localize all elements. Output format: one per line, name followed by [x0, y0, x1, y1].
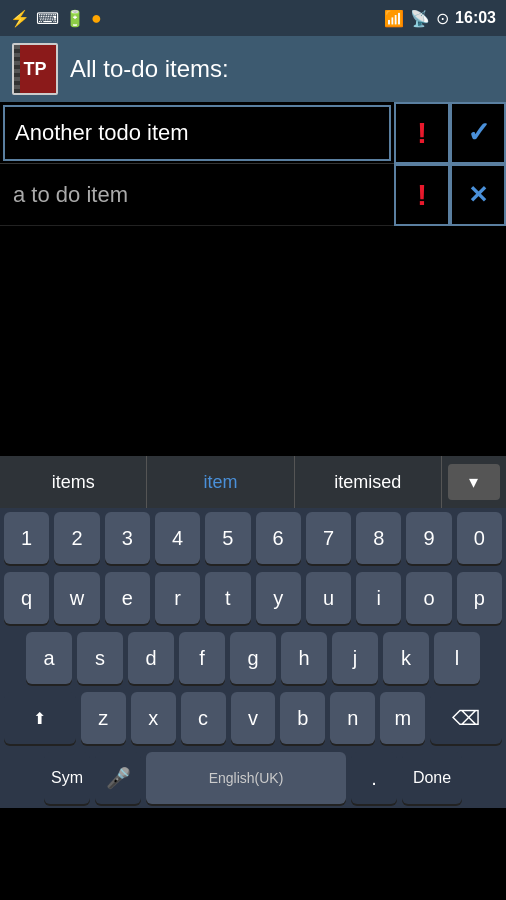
key-m[interactable]: m — [380, 692, 425, 744]
suggestion-text-0: items — [52, 472, 95, 493]
suggestion-items[interactable]: items — [0, 456, 147, 508]
todo-input-row: ! ✓ — [0, 102, 506, 164]
key-0[interactable]: 0 — [457, 512, 502, 564]
sym-key[interactable]: Sym — [44, 752, 90, 804]
check-icon: ✓ — [467, 116, 490, 149]
status-left-icons: ⚡ ⌨ 🔋 ● — [10, 8, 102, 29]
key-6[interactable]: 6 — [256, 512, 301, 564]
suggestion-text-2: itemised — [334, 472, 401, 493]
wifi-icon: 📶 — [384, 9, 404, 28]
key-t[interactable]: t — [205, 572, 250, 624]
confirm-button[interactable]: ✓ — [450, 102, 506, 164]
priority-button[interactable]: ! — [394, 102, 450, 164]
suggestion-itemised[interactable]: itemised — [295, 456, 442, 508]
key-9[interactable]: 9 — [406, 512, 451, 564]
status-time: 16:03 — [455, 9, 496, 27]
status-bar: ⚡ ⌨ 🔋 ● 📶 📡 ⊙ 16:03 — [0, 0, 506, 36]
key-f[interactable]: f — [179, 632, 225, 684]
todo-item-text: a to do item — [3, 174, 391, 216]
cross-icon: ✕ — [468, 181, 488, 209]
key-l[interactable]: l — [434, 632, 480, 684]
key-x[interactable]: x — [131, 692, 176, 744]
suggestions-bar: items item itemised ▾ — [0, 456, 506, 508]
exclaim-icon: ! — [417, 116, 427, 150]
key-z[interactable]: z — [81, 692, 126, 744]
key-3[interactable]: 3 — [105, 512, 150, 564]
item-priority-button[interactable]: ! — [394, 164, 450, 226]
key-p[interactable]: p — [457, 572, 502, 624]
key-q[interactable]: q — [4, 572, 49, 624]
speedometer-icon: ⊙ — [436, 9, 449, 28]
key-1[interactable]: 1 — [4, 512, 49, 564]
usb-icon: ⚡ — [10, 9, 30, 28]
key-e[interactable]: e — [105, 572, 150, 624]
suggestion-item-active[interactable]: item — [147, 456, 294, 508]
todo-input[interactable] — [3, 105, 391, 161]
key-d[interactable]: d — [128, 632, 174, 684]
key-4[interactable]: 4 — [155, 512, 200, 564]
app-header-title: All to-do items: — [70, 55, 229, 83]
key-k[interactable]: k — [383, 632, 429, 684]
notification-icon: ● — [91, 8, 102, 29]
key-a[interactable]: a — [26, 632, 72, 684]
signal-icon: 📡 — [410, 9, 430, 28]
todo-item-row: a to do item ! ✕ — [0, 164, 506, 226]
key-2[interactable]: 2 — [54, 512, 99, 564]
suggestion-text-1: item — [203, 472, 237, 493]
key-n[interactable]: n — [330, 692, 375, 744]
key-v[interactable]: v — [231, 692, 276, 744]
keyboard-row-numbers: 1 2 3 4 5 6 7 8 9 0 — [0, 508, 506, 568]
keyboard-icon: ⌨ — [36, 9, 59, 28]
key-s[interactable]: s — [77, 632, 123, 684]
key-o[interactable]: o — [406, 572, 451, 624]
key-5[interactable]: 5 — [205, 512, 250, 564]
keyboard-row-bottom: Sym 🎤 English(UK) . Done — [0, 748, 506, 808]
status-right-icons: 📶 📡 ⊙ 16:03 — [384, 9, 496, 28]
mic-key[interactable]: 🎤 — [95, 752, 141, 804]
key-c[interactable]: c — [181, 692, 226, 744]
shift-key[interactable]: ⬆ — [4, 692, 76, 744]
period-key[interactable]: . — [351, 752, 397, 804]
key-w[interactable]: w — [54, 572, 99, 624]
item-exclaim-icon: ! — [417, 178, 427, 212]
done-key[interactable]: Done — [402, 752, 462, 804]
key-7[interactable]: 7 — [306, 512, 351, 564]
item-delete-button[interactable]: ✕ — [450, 164, 506, 226]
keyboard-row-qwerty: q w e r t y u i o p — [0, 568, 506, 628]
backspace-key[interactable]: ⌫ — [430, 692, 502, 744]
key-j[interactable]: j — [332, 632, 378, 684]
app-logo-text: TP — [23, 60, 46, 78]
keyboard: 1 2 3 4 5 6 7 8 9 0 q w e r t y u i o p … — [0, 508, 506, 808]
key-r[interactable]: r — [155, 572, 200, 624]
black-area — [0, 226, 506, 456]
key-y[interactable]: y — [256, 572, 301, 624]
key-8[interactable]: 8 — [356, 512, 401, 564]
key-g[interactable]: g — [230, 632, 276, 684]
app-logo: TP — [12, 43, 58, 95]
chevron-down-icon: ▾ — [469, 471, 478, 493]
content-area: ! ✓ a to do item ! ✕ — [0, 102, 506, 226]
battery-icon: 🔋 — [65, 9, 85, 28]
key-h[interactable]: h — [281, 632, 327, 684]
key-i[interactable]: i — [356, 572, 401, 624]
keyboard-row-asdf: a s d f g h j k l — [0, 628, 506, 688]
keyboard-row-zxcv: ⬆ z x c v b n m ⌫ — [0, 688, 506, 748]
app-header: TP All to-do items: — [0, 36, 506, 102]
suggestions-chevron-button[interactable]: ▾ — [448, 464, 500, 500]
key-b[interactable]: b — [280, 692, 325, 744]
key-u[interactable]: u — [306, 572, 351, 624]
spacebar-key[interactable]: English(UK) — [146, 752, 346, 804]
